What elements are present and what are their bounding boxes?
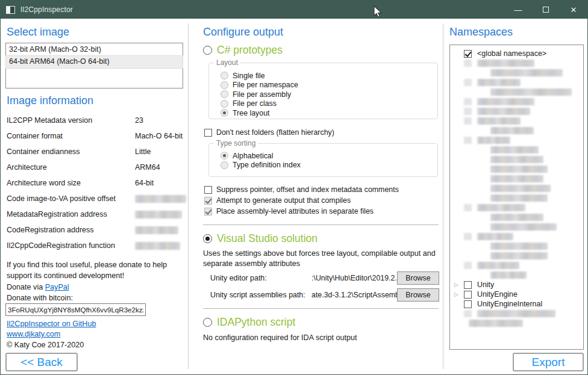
idapython-radio-icon[interactable] xyxy=(203,318,212,327)
layout-radio-icon[interactable] xyxy=(220,72,228,79)
flatten-checkbox-row[interactable]: Don't nest folders (flatten hierarchy) xyxy=(204,128,334,137)
csharp-checkbox-row[interactable]: Attempt to generate output that compiles xyxy=(204,195,399,206)
redacted-value xyxy=(135,242,180,250)
namespace-row[interactable] xyxy=(450,135,583,145)
layout-option[interactable]: Single file xyxy=(220,71,437,81)
info-row: Container formatMach-O 64-bit xyxy=(7,129,185,145)
redacted-checkbox xyxy=(464,79,472,86)
layout-radio-icon[interactable] xyxy=(220,90,228,98)
csharp-label: C# prototypes xyxy=(217,44,283,57)
layout-option[interactable]: Tree layout xyxy=(220,108,437,118)
layout-radio-icon[interactable] xyxy=(220,109,228,117)
namespace-row[interactable]: ▷Unity xyxy=(450,280,583,290)
expander-icon[interactable]: ▷ xyxy=(454,282,458,288)
namespace-row[interactable] xyxy=(450,107,583,116)
redacted-namespace xyxy=(477,117,521,125)
sorting-option[interactable]: Type definition index xyxy=(220,161,437,170)
csharp-checkbox-row[interactable]: Suppress pointer, offset and index metad… xyxy=(204,184,399,195)
paypal-link[interactable]: PayPal xyxy=(45,283,69,291)
namespace-row[interactable] xyxy=(450,222,583,232)
vs-solution-option[interactable]: Visual Studio solution xyxy=(203,232,317,245)
bitcoin-address-input[interactable] xyxy=(5,303,146,316)
namespace-row[interactable] xyxy=(450,212,583,222)
namespaces-tree[interactable]: <global namespace>▷Unity▷UnityEngineUnit… xyxy=(449,45,584,350)
window-content: Select image 32-bit ARM (Mach-O 32-bit)6… xyxy=(1,19,587,374)
image-list-item[interactable]: 32-bit ARM (Mach-O 32-bit) xyxy=(6,44,183,56)
csharp-prototypes-option[interactable]: C# prototypes xyxy=(203,44,283,57)
close-button[interactable]: ✕ xyxy=(560,1,587,19)
expander-icon[interactable]: ▷ xyxy=(454,291,458,297)
maximize-button[interactable] xyxy=(532,1,560,19)
namespace-row[interactable] xyxy=(450,87,583,97)
layout-radio-icon[interactable] xyxy=(220,100,228,108)
idapython-option[interactable]: IDAPython script xyxy=(203,316,295,329)
image-list[interactable]: 32-bit ARM (Mach-O 32-bit)64-bit ARM64 (… xyxy=(5,43,183,88)
namespace-row[interactable] xyxy=(450,270,583,280)
checkbox-icon[interactable] xyxy=(204,197,212,205)
checkbox-icon[interactable] xyxy=(204,208,212,215)
info-label: CodeRegistration address xyxy=(7,226,94,234)
info-label: Architecture xyxy=(7,163,47,172)
checkbox-label: Attempt to generate output that compiles xyxy=(216,196,351,205)
namespace-label: <global namespace> xyxy=(477,49,546,58)
namespace-row[interactable] xyxy=(450,116,583,126)
namespace-row[interactable] xyxy=(450,68,583,78)
info-row: Container endiannessLittle xyxy=(7,145,185,161)
layout-option[interactable]: File per namespace xyxy=(220,81,437,90)
namespace-row[interactable] xyxy=(450,309,583,318)
namespace-row[interactable] xyxy=(450,78,583,87)
namespace-checkbox-icon[interactable] xyxy=(464,281,472,289)
layout-option[interactable]: File per assembly xyxy=(220,90,437,99)
back-button[interactable]: << Back xyxy=(5,353,78,371)
sorting-option[interactable]: Alphabetical xyxy=(220,151,437,161)
layout-groupbox: Layout Single fileFile per namespaceFile… xyxy=(208,63,438,119)
namespace-row[interactable] xyxy=(450,174,583,184)
namespace-row[interactable] xyxy=(450,126,583,135)
namespace-row[interactable] xyxy=(450,232,583,241)
github-link[interactable]: Il2CppInspector on GitHub xyxy=(7,320,96,328)
checkbox-icon[interactable] xyxy=(204,186,212,194)
minimize-button[interactable]: — xyxy=(504,1,532,19)
copyright-text: © Katy Coe 2017-2020 xyxy=(7,339,185,350)
export-button[interactable]: Export xyxy=(513,353,584,371)
csharp-checkbox-row[interactable]: Place assembly-level attributes in separ… xyxy=(204,206,399,217)
csharp-radio-icon[interactable] xyxy=(203,46,212,55)
flatten-checkbox-label: Don't nest folders (flatten hierarchy) xyxy=(216,128,334,137)
layout-radio-icon[interactable] xyxy=(220,81,228,89)
unity-editor-browse-button[interactable]: Browse xyxy=(397,271,439,285)
namespace-row[interactable]: <global namespace> xyxy=(450,49,583,58)
redacted-namespace xyxy=(490,271,527,279)
namespace-checkbox-icon[interactable] xyxy=(464,300,472,308)
namespace-row[interactable]: UnityEngineInternal xyxy=(450,299,583,309)
sorting-radio-icon[interactable] xyxy=(220,152,228,160)
image-list-item[interactable]: 64-bit ARM64 (Mach-O 64-bit) xyxy=(6,56,183,68)
namespace-row[interactable] xyxy=(450,193,583,203)
namespace-row[interactable] xyxy=(450,97,583,107)
namespace-row[interactable] xyxy=(450,203,583,212)
flatten-checkbox-icon[interactable] xyxy=(204,129,212,137)
titlebar: Il2CppInspector — ✕ xyxy=(1,1,587,19)
namespace-row[interactable] xyxy=(450,145,583,155)
unity-assemblies-browse-button[interactable]: Browse xyxy=(397,288,439,302)
namespace-row[interactable] xyxy=(450,164,583,174)
namespace-label: UnityEngineInternal xyxy=(477,300,542,308)
namespace-checkbox-icon[interactable] xyxy=(464,50,472,58)
unity-assemblies-path-label: Unity script assemblies path: xyxy=(210,291,311,299)
website-link[interactable]: www.djkaty.com xyxy=(7,330,60,338)
namespace-row[interactable] xyxy=(450,261,583,270)
namespace-row[interactable] xyxy=(450,251,583,261)
namespace-row[interactable] xyxy=(450,318,583,328)
info-row: Code image-to-VA positive offset xyxy=(7,192,185,208)
namespace-checkbox-icon[interactable] xyxy=(464,291,472,299)
redacted-namespace xyxy=(477,60,534,67)
info-value: Little xyxy=(135,147,151,156)
namespace-row[interactable] xyxy=(450,155,583,164)
namespace-row[interactable] xyxy=(450,184,583,193)
namespace-row[interactable] xyxy=(450,241,583,251)
layout-option[interactable]: File per class xyxy=(220,99,437,109)
namespace-row[interactable] xyxy=(450,58,583,68)
redacted-checkbox xyxy=(464,117,472,125)
sorting-radio-icon[interactable] xyxy=(220,161,228,169)
namespace-row[interactable]: ▷UnityEngine xyxy=(450,290,583,299)
vs-radio-icon[interactable] xyxy=(203,234,212,243)
